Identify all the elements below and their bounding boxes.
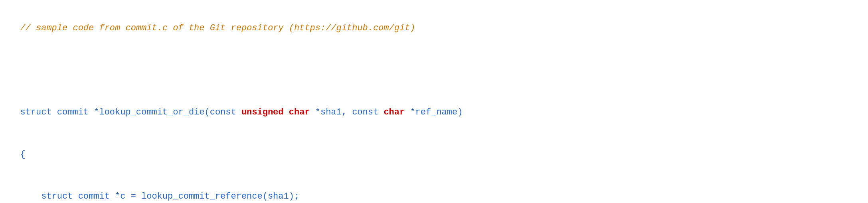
- keyword-char: char: [384, 107, 405, 117]
- code-line-struct-def: struct commit *lookup_commit_or_die(cons…: [20, 107, 463, 117]
- comment-line: // sample code from commit.c of the Git …: [20, 23, 415, 33]
- keyword-unsigned-char: unsigned char: [241, 107, 310, 117]
- code-struct-c: struct commit *c = lookup_commit_referen…: [20, 191, 299, 201]
- code-open-brace: {: [20, 150, 25, 160]
- code-block: // sample code from commit.c of the Git …: [10, 7, 858, 203]
